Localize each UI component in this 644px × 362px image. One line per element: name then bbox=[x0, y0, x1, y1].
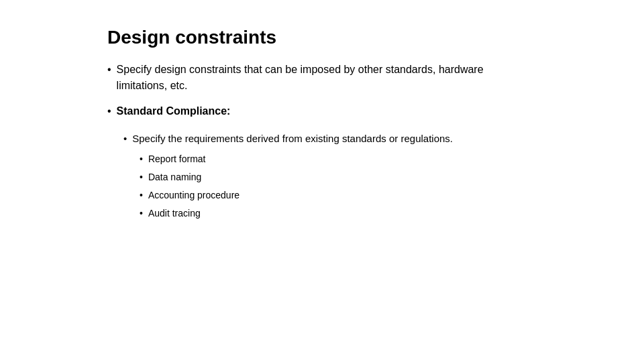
bullet-2-marker: • bbox=[107, 103, 111, 119]
bullet-3-2-text: Data naming bbox=[148, 170, 537, 184]
bullet-2-text: Standard Compliance: bbox=[117, 103, 537, 119]
bullet-3-4: • Audit tracing bbox=[140, 206, 537, 221]
bullet-1: • Specify design constraints that can be… bbox=[107, 62, 537, 94]
bullet-3-4-marker: • bbox=[140, 206, 143, 221]
bullet-1-text: Specify design constraints that can be i… bbox=[117, 62, 537, 94]
bullet-3-3-marker: • bbox=[140, 188, 143, 202]
bullet-level3-container: • Report format • Data naming • Accounti… bbox=[140, 152, 537, 221]
bullet-3-1-text: Report format bbox=[148, 152, 537, 166]
slide-title: Design constraints bbox=[107, 27, 537, 48]
bullet-3-3: • Accounting procedure bbox=[140, 188, 537, 202]
bullet-2: • Standard Compliance: bbox=[107, 103, 537, 119]
bullet-2-sub-container: • Specify the requirements derived from … bbox=[123, 131, 537, 225]
bullet-1-marker: • bbox=[107, 62, 111, 78]
bullet-3-2: • Data naming bbox=[140, 170, 537, 184]
bullet-3-2-marker: • bbox=[140, 170, 143, 184]
bullet-2-1-text: Specify the requirements derived from ex… bbox=[132, 131, 537, 147]
bullet-3-1-marker: • bbox=[140, 152, 143, 166]
bullet-2-1: • Specify the requirements derived from … bbox=[123, 131, 537, 147]
bullet-3-3-text: Accounting procedure bbox=[148, 188, 537, 202]
bullet-2-1-marker: • bbox=[123, 131, 127, 147]
bullet-3-4-text: Audit tracing bbox=[148, 206, 537, 221]
bullet-3-1: • Report format bbox=[140, 152, 537, 166]
slide-container: Design constraints • Specify design cons… bbox=[0, 0, 644, 362]
